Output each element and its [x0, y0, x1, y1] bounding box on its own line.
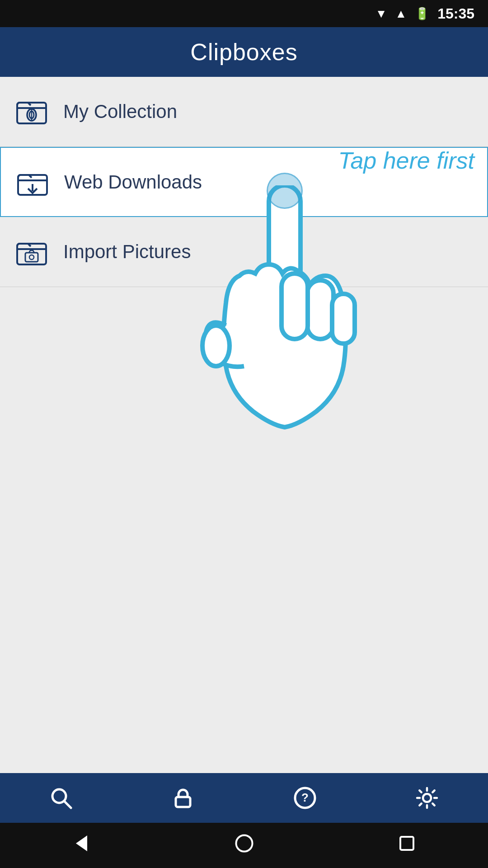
svg-point-21 [236, 835, 252, 852]
folder-download-icon [14, 164, 51, 200]
svg-text:?: ? [301, 791, 309, 804]
android-nav-bar [0, 823, 488, 868]
svg-rect-16 [176, 797, 190, 807]
svg-rect-12 [332, 294, 355, 344]
svg-rect-22 [400, 837, 413, 850]
signal-icon: ▲ [395, 7, 407, 21]
app-header: Clipboxes [0, 27, 488, 77]
import-pictures-label: Import Pictures [63, 241, 191, 263]
svg-point-19 [423, 794, 431, 802]
svg-point-8 [29, 255, 34, 259]
folder-clip-icon [14, 94, 50, 130]
settings-button[interactable] [409, 780, 445, 816]
svg-rect-10 [307, 280, 333, 339]
svg-marker-20 [76, 835, 87, 851]
battery-icon: 🔋 [415, 7, 429, 21]
status-time: 15:35 [437, 5, 474, 22]
menu-item-import-pictures[interactable]: Import Pictures [0, 217, 488, 287]
svg-point-13 [202, 326, 230, 366]
svg-line-15 [64, 801, 71, 808]
menu-item-web-downloads[interactable]: Web Downloads [0, 147, 488, 217]
home-button[interactable] [234, 833, 254, 858]
wifi-icon: ▼ [375, 7, 387, 21]
main-content: My Collection Tap here first Web Downloa… [0, 77, 488, 773]
help-button[interactable]: ? [287, 780, 323, 816]
bottom-toolbar: ? [0, 773, 488, 823]
lock-button[interactable] [165, 780, 201, 816]
menu-item-my-collection[interactable]: My Collection [0, 77, 488, 147]
svg-rect-7 [25, 253, 38, 262]
recents-button[interactable] [397, 833, 417, 858]
camera-folder-icon [14, 234, 50, 270]
status-bar: ▼ ▲ 🔋 15:35 [0, 0, 488, 27]
search-button[interactable] [43, 780, 79, 816]
web-downloads-label: Web Downloads [64, 171, 202, 193]
my-collection-label: My Collection [63, 101, 177, 123]
back-button[interactable] [71, 833, 92, 858]
app-title: Clipboxes [190, 38, 297, 66]
